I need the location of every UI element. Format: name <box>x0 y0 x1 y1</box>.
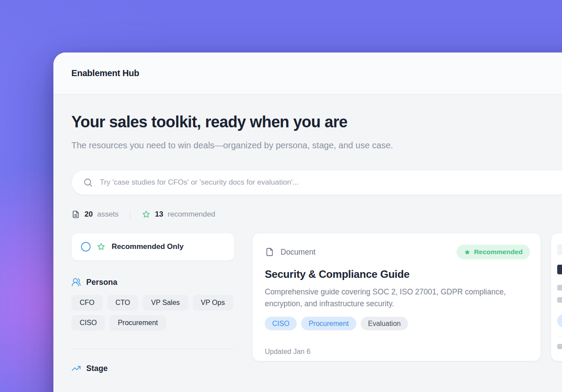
clipped-card-text-fragment <box>557 285 562 290</box>
sidebar-divider <box>71 349 235 349</box>
app-title: Enablement Hub <box>71 68 139 78</box>
stats-row: 20 assets 13 recommended <box>71 210 562 219</box>
recommended-badge: Recommended <box>457 245 530 259</box>
content-columns: Recommended Only Persona CFO CTO VP Sale… <box>71 233 562 373</box>
search-icon <box>83 178 93 187</box>
recommended-count: 13 recommended <box>142 210 215 219</box>
persona-section-header: Persona <box>71 277 235 287</box>
card-description: Comprehensive guide covering SOC 2, ISO … <box>265 286 520 310</box>
assets-count-label: assets <box>97 210 119 219</box>
assets-count: 20 assets <box>71 210 119 219</box>
recommended-only-toggle[interactable]: Recommended Only <box>71 233 235 261</box>
desktop-background: Enablement Hub Your sales toolkit, ready… <box>0 0 562 392</box>
persona-section-label: Persona <box>86 278 117 287</box>
star-icon <box>464 249 471 256</box>
asset-card-security-compliance[interactable]: Document Recommended Security & Complian… <box>252 233 541 361</box>
recommended-count-label: recommended <box>168 210 215 219</box>
recommended-only-label: Recommended Only <box>112 242 183 251</box>
persona-chip-vp-sales[interactable]: VP Sales <box>143 295 188 311</box>
page-title: Your sales toolkit, ready when you are <box>71 113 562 131</box>
persona-chip-vp-ops[interactable]: VP Ops <box>193 295 233 311</box>
recommended-badge-label: Recommended <box>474 248 523 256</box>
asset-card-list: Document Recommended Security & Complian… <box>252 233 562 361</box>
card-tag-list: CISO Procurement Evaluation <box>265 317 530 330</box>
document-icon <box>71 210 80 219</box>
stats-divider <box>130 210 130 219</box>
clipped-card-text-fragment <box>557 297 562 303</box>
asset-card-clipped[interactable] <box>551 233 562 361</box>
persona-chip-cto[interactable]: CTO <box>107 295 138 311</box>
clipped-card-title-fragment <box>557 265 562 274</box>
window-body: Your sales toolkit, ready when you are T… <box>53 94 562 373</box>
stage-section-label: Stage <box>86 364 108 373</box>
clipped-card-tag-fragment <box>557 314 562 328</box>
card-tag-evaluation[interactable]: Evaluation <box>361 317 408 330</box>
trending-up-icon <box>71 364 81 373</box>
card-type-label: Document <box>281 248 316 257</box>
file-icon <box>265 247 274 257</box>
clipped-card-divider-fragment <box>557 336 562 337</box>
card-title: Security & Compliance Guide <box>265 268 530 280</box>
search-bar[interactable] <box>71 170 562 195</box>
card-header-row: Document Recommended <box>265 245 530 259</box>
stage-section-header: Stage <box>71 364 235 373</box>
recommended-count-value: 13 <box>155 210 163 219</box>
search-input[interactable] <box>99 178 558 187</box>
clipped-card-icon-fragment <box>557 245 562 255</box>
users-icon <box>71 277 81 287</box>
filters-sidebar: Recommended Only Persona CFO CTO VP Sale… <box>71 233 235 373</box>
persona-chip-ciso[interactable]: CISO <box>71 315 105 331</box>
app-window: Enablement Hub Your sales toolkit, ready… <box>53 52 562 392</box>
persona-chip-cfo[interactable]: CFO <box>71 295 103 311</box>
star-icon <box>97 242 105 251</box>
assets-count-value: 20 <box>84 210 93 219</box>
window-header: Enablement Hub <box>53 52 562 94</box>
page-subtitle: The resources you need to win deals—orga… <box>71 136 417 154</box>
clipped-card-updated-fragment <box>557 344 562 349</box>
card-updated-date: Updated Jan 6 <box>265 342 530 361</box>
star-icon <box>142 210 151 219</box>
card-tag-procurement[interactable]: Procurement <box>301 317 356 330</box>
persona-chip-group: CFO CTO VP Sales VP Ops CISO Procurement <box>71 295 235 331</box>
card-tag-ciso[interactable]: CISO <box>265 317 297 330</box>
persona-chip-procurement[interactable]: Procurement <box>109 315 166 331</box>
radio-circle-icon[interactable] <box>81 242 91 252</box>
